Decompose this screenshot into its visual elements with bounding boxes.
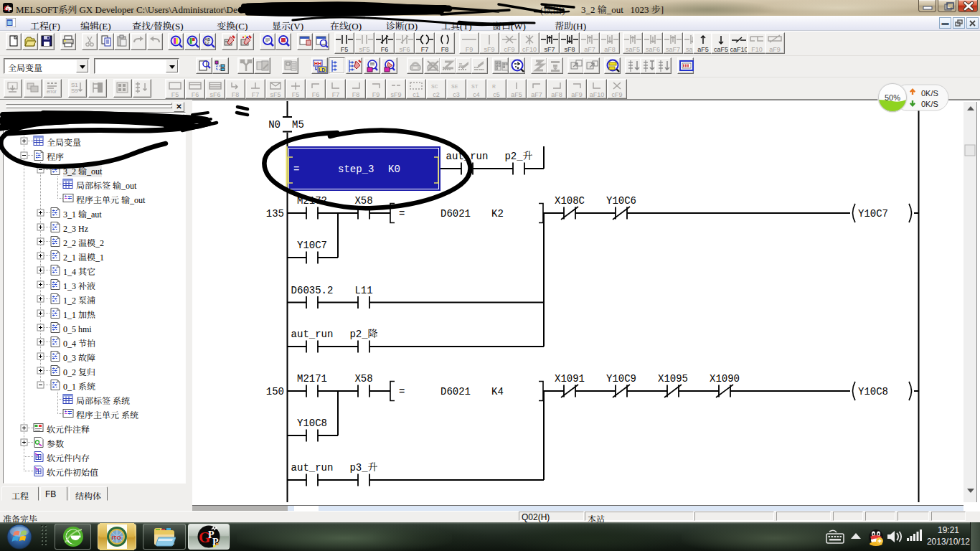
svg-text:aut_run: aut_run xyxy=(446,151,489,162)
svg-text:0K/S: 0K/S xyxy=(921,100,938,108)
svg-text:aut_run: aut_run xyxy=(291,329,334,340)
svg-text:Y10C6: Y10C6 xyxy=(606,195,636,207)
svg-text:150: 150 xyxy=(266,386,284,397)
svg-text:error: error xyxy=(47,89,57,94)
svg-text:SC: SC xyxy=(431,83,438,90)
svg-text:X58: X58 xyxy=(354,195,372,207)
svg-text:K0: K0 xyxy=(388,164,400,175)
svg-text:SE: SE xyxy=(451,83,458,90)
svg-text:S9: S9 xyxy=(71,88,78,94)
svg-text:L11: L11 xyxy=(354,285,372,296)
svg-text:M2171: M2171 xyxy=(297,373,327,385)
svg-text:D6021: D6021 xyxy=(440,386,471,397)
svg-text:X58: X58 xyxy=(354,373,372,385)
svg-text:=: = xyxy=(293,164,299,175)
svg-text:D6021: D6021 xyxy=(440,208,471,220)
svg-text:p2_升: p2_升 xyxy=(504,151,532,162)
svg-text:0K/S: 0K/S xyxy=(921,89,938,98)
svg-text:ITO: ITO xyxy=(112,534,121,541)
svg-text:X1091: X1091 xyxy=(555,373,585,385)
svg-text:X1095: X1095 xyxy=(658,373,688,385)
svg-text:=: = xyxy=(399,386,405,397)
svg-text:ST: ST xyxy=(471,83,479,90)
svg-text:135: 135 xyxy=(266,208,284,220)
svg-text:Y10C7: Y10C7 xyxy=(858,208,888,220)
svg-text:p3_升: p3_升 xyxy=(349,462,377,474)
svg-text:50%: 50% xyxy=(885,93,900,102)
svg-text:X1090: X1090 xyxy=(710,373,740,385)
svg-text:Y10C8: Y10C8 xyxy=(297,418,327,429)
svg-text:step_3: step_3 xyxy=(338,164,374,175)
svg-text:R: R xyxy=(492,83,496,90)
svg-text:aut_run: aut_run xyxy=(291,462,334,474)
svg-text:p2_降: p2_降 xyxy=(349,329,377,340)
svg-text:X108C: X108C xyxy=(555,195,585,207)
svg-text:Y10C9: Y10C9 xyxy=(606,373,636,385)
svg-text:Y10C8: Y10C8 xyxy=(858,386,888,397)
svg-text:HH: HH xyxy=(314,61,321,66)
svg-text:12: 12 xyxy=(204,41,209,45)
svg-text:N0: N0 xyxy=(268,119,281,131)
svg-text:LD: LD xyxy=(319,67,325,72)
svg-text:K2: K2 xyxy=(491,208,504,220)
svg-text:P: P xyxy=(8,6,12,13)
svg-text:D6035.2: D6035.2 xyxy=(291,285,334,296)
svg-text:M5: M5 xyxy=(292,119,304,131)
svg-text:K4: K4 xyxy=(491,386,504,397)
svg-text:Y10C7: Y10C7 xyxy=(297,240,327,251)
svg-text:M2172: M2172 xyxy=(297,195,327,207)
svg-text:=: = xyxy=(399,208,405,220)
